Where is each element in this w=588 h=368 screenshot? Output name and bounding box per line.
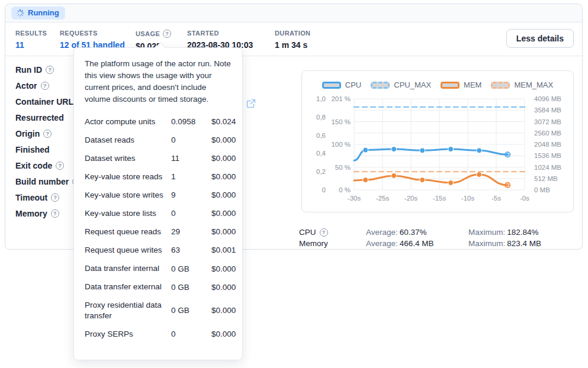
stat-duration: DURATION 1 m 34 s xyxy=(275,30,310,50)
cpu-stats-row: CPU ? Average:60.37% Maximum:182.84% xyxy=(299,227,541,238)
svg-text:-5s: -5s xyxy=(491,195,501,202)
usage-row-value: 0.0958 xyxy=(171,117,207,126)
usage-row-value: 0 xyxy=(171,330,207,338)
svg-text:-15s: -15s xyxy=(433,195,446,202)
status-badge: Running xyxy=(11,7,65,20)
help-icon[interactable]: ? xyxy=(51,193,59,202)
usage-row-label: Key-value store reads xyxy=(85,172,166,182)
usage-row-label: Request queue writes xyxy=(85,245,166,256)
stat-duration-label: DURATION xyxy=(275,30,310,37)
stat-requests-label: REQUESTS xyxy=(60,30,125,37)
svg-text:0 MB: 0 MB xyxy=(534,186,550,193)
resource-usage-chart-panel: CPU CPU_MAX MEM MEM_MAX 1,00,80,60,40,20… xyxy=(301,70,574,212)
usage-row-value: 0 GB xyxy=(171,264,207,273)
svg-text:-25s: -25s xyxy=(376,195,390,202)
help-icon[interactable]: ? xyxy=(43,130,52,138)
help-icon[interactable]: ? xyxy=(46,66,54,74)
resource-usage-chart-svg: 1,00,80,60,40,20201 %150 %100 %50 %0 %40… xyxy=(302,71,574,213)
usage-tooltip: The platform usage of the actor run. Not… xyxy=(73,47,243,360)
svg-text:0,2: 0,2 xyxy=(316,168,326,175)
svg-text:0,6: 0,6 xyxy=(316,132,326,139)
usage-row-price: $0.000 xyxy=(211,264,236,273)
stat-results-value[interactable]: 11 xyxy=(15,40,47,50)
svg-text:1536 MB: 1536 MB xyxy=(534,152,561,159)
svg-text:2048 MB: 2048 MB xyxy=(534,141,561,148)
usage-row-label: Actor compute units xyxy=(85,117,166,127)
spinner-icon xyxy=(16,9,24,17)
memory-stats-row: Memory Average:466.4 MB Maximum:823.4 MB xyxy=(299,238,541,249)
stat-duration-value: 1 m 34 s xyxy=(275,40,310,50)
usage-row-value: 0 GB xyxy=(171,306,207,315)
usage-row-label: Dataset reads xyxy=(85,135,166,146)
help-icon[interactable]: ? xyxy=(56,162,64,170)
svg-text:1,0: 1,0 xyxy=(316,95,326,102)
memory-maximum: Maximum:823.4 MB xyxy=(468,239,541,248)
usage-row-value: 63 xyxy=(171,246,207,254)
usage-row-price: $0.024 xyxy=(211,117,236,126)
help-icon[interactable]: ? xyxy=(51,209,59,218)
usage-row-price: $0.000 xyxy=(211,283,236,292)
usage-row-value: 0 xyxy=(171,209,207,218)
cpu-average: Average:60.37% xyxy=(366,228,468,237)
svg-text:0,4: 0,4 xyxy=(316,150,326,157)
usage-row-price: $0.000 xyxy=(211,209,236,218)
usage-row-value: 0 xyxy=(171,135,207,144)
usage-row-value: 1 xyxy=(171,172,207,181)
stat-started: STARTED 2023-08-30 10:03 xyxy=(187,30,253,50)
resource-stats: CPU ? Average:60.37% Maximum:182.84% Mem… xyxy=(299,227,541,249)
usage-row-price: $0.000 xyxy=(211,135,236,144)
usage-row-price: $0.000 xyxy=(211,191,236,199)
svg-text:50 %: 50 % xyxy=(335,164,351,171)
less-details-button[interactable]: Less details xyxy=(506,29,574,48)
usage-row-price: $0.000 xyxy=(211,306,236,315)
usage-row-price: $0.000 xyxy=(211,330,236,338)
cpu-stats-label: CPU xyxy=(299,228,316,237)
svg-text:-30s: -30s xyxy=(348,195,361,202)
usage-row-label: Data transfer external xyxy=(85,282,166,292)
svg-text:2560 MB: 2560 MB xyxy=(534,130,561,137)
usage-row-value: 11 xyxy=(171,154,207,163)
usage-row-label: Dataset writes xyxy=(85,153,166,164)
stat-started-label: STARTED xyxy=(187,30,253,37)
stat-requests: REQUESTS 12 of 51 handled xyxy=(60,30,125,50)
usage-row-label: Proxy residential data transfer xyxy=(85,300,166,321)
svg-text:201 %: 201 % xyxy=(331,95,351,102)
svg-text:0: 0 xyxy=(322,186,326,193)
cpu-help-icon[interactable]: ? xyxy=(320,228,328,237)
usage-row-label: Request queue reads xyxy=(85,227,166,237)
svg-text:3584 MB: 3584 MB xyxy=(534,106,561,114)
usage-help-icon[interactable]: ? xyxy=(163,30,171,38)
usage-row-price: $0.000 xyxy=(211,227,236,236)
usage-row-value: 29 xyxy=(171,227,207,236)
svg-text:100 %: 100 % xyxy=(331,141,351,148)
usage-row-label: Data transfer internal xyxy=(85,263,166,274)
svg-text:-0s: -0s xyxy=(520,195,529,202)
usage-row-price: $0.000 xyxy=(211,154,236,163)
usage-row-label: Key-value store writes xyxy=(85,190,166,201)
usage-row-value: 0 GB xyxy=(171,283,207,292)
usage-table: Actor compute units 0.0958 $0.024 Datase… xyxy=(85,117,232,340)
help-icon[interactable]: ? xyxy=(41,82,49,90)
usage-row-price: $0.001 xyxy=(211,246,236,254)
usage-row-value: 9 xyxy=(171,191,207,199)
usage-row-label: Proxy SERPs xyxy=(85,329,166,340)
external-link-icon[interactable] xyxy=(246,99,256,111)
tooltip-description: The platform usage of the actor run. Not… xyxy=(85,58,232,105)
usage-row-label: Key-value store lists xyxy=(85,208,166,219)
svg-text:1024 MB: 1024 MB xyxy=(534,164,561,171)
memory-stats-label: Memory xyxy=(299,239,328,248)
status-strip: Running xyxy=(5,4,582,22)
stat-results-label: RESULTS xyxy=(15,30,47,37)
svg-text:-10s: -10s xyxy=(461,195,475,202)
svg-text:0 %: 0 % xyxy=(339,186,351,193)
stat-results: RESULTS 11 xyxy=(15,30,47,50)
svg-text:150 %: 150 % xyxy=(331,118,351,125)
svg-text:4096 MB: 4096 MB xyxy=(534,95,561,102)
stat-usage-label: USAGE xyxy=(136,30,160,37)
svg-text:512 MB: 512 MB xyxy=(534,175,558,182)
memory-average: Average:466.4 MB xyxy=(366,239,468,248)
svg-text:-20s: -20s xyxy=(404,195,418,202)
svg-text:3072 MB: 3072 MB xyxy=(534,118,561,125)
svg-text:0,8: 0,8 xyxy=(316,114,326,121)
status-badge-label: Running xyxy=(28,8,59,17)
